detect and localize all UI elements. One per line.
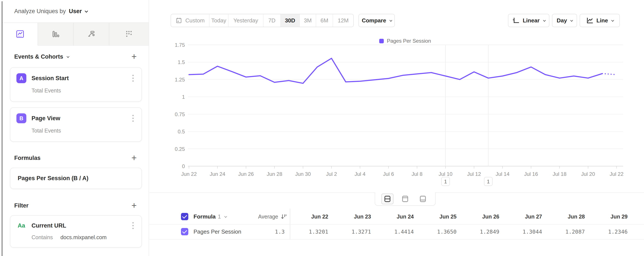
range-today[interactable]: Today (210, 14, 228, 27)
svg-text:Jun 24: Jun 24 (210, 171, 225, 177)
add-filter-button[interactable]: + (131, 201, 137, 210)
svg-text:1: 1 (487, 179, 490, 184)
range-7d[interactable]: 7D (264, 14, 281, 27)
compare-button[interactable]: Compare (358, 14, 395, 27)
filter-value[interactable]: docs.mixpanel.com (60, 234, 107, 240)
layout-chart-button[interactable] (399, 194, 411, 204)
series-average: 1.3 (275, 229, 285, 235)
chevron-down-icon[interactable] (66, 55, 69, 58)
string-property-icon: Aa (16, 222, 26, 229)
event-measure[interactable]: Total Events (32, 128, 136, 134)
svg-text:1.25: 1.25 (175, 77, 185, 83)
table-bottom-divider (150, 239, 644, 240)
insights-line-icon (16, 30, 24, 38)
kebab-menu-icon[interactable] (131, 74, 136, 83)
chevron-down-icon[interactable] (85, 9, 88, 13)
range-3m[interactable]: 3M (300, 14, 316, 27)
cell-value: 1.2087 (547, 224, 590, 239)
svg-text:Jul 16: Jul 16 (524, 171, 538, 177)
grid-dots-icon (124, 30, 133, 38)
col-header[interactable]: Jun 23 (333, 209, 376, 224)
tab-insights-line[interactable] (2, 23, 38, 46)
tab-grid[interactable] (109, 23, 148, 46)
col-header[interactable]: Jun 29 (590, 209, 632, 224)
svg-text:Jul 22: Jul 22 (610, 171, 624, 177)
svg-text:0.25: 0.25 (175, 146, 185, 152)
kebab-menu-icon[interactable] (131, 221, 136, 230)
layout-split-button[interactable] (382, 194, 394, 204)
range-custom[interactable]: Custom (171, 14, 210, 27)
filter-property-title[interactable]: Current URL (32, 222, 66, 229)
table-row: Pages Per Session 1.3 (181, 224, 290, 239)
svg-text:0.75: 0.75 (175, 111, 185, 117)
average-column-header[interactable]: Average (258, 214, 278, 220)
range-12m[interactable]: 12M (333, 14, 353, 27)
analyze-value-dropdown[interactable]: User (69, 8, 82, 15)
formula-title[interactable]: Pages Per Session (B / A) (18, 175, 88, 182)
svg-text:Jul 6: Jul 6 (383, 171, 394, 177)
scale-linear-button[interactable]: Linear (508, 14, 550, 27)
kebab-menu-icon[interactable] (131, 114, 136, 123)
range-yesterday[interactable]: Yesterday (228, 14, 264, 27)
col-header[interactable]: Jun 27 (504, 209, 547, 224)
filter-section-header: Filter + (10, 200, 142, 211)
cell-value: 1.3271 (333, 224, 376, 239)
col-header[interactable]: Jun 22 (290, 209, 333, 224)
col-header[interactable]: Jun 25 (418, 209, 461, 224)
svg-text:0: 0 (182, 163, 185, 169)
series-checkbox[interactable] (181, 228, 188, 235)
formulas-section-title: Formulas (14, 155, 40, 161)
col-header[interactable]: Jun 24 (376, 209, 418, 224)
svg-text:Jul 18: Jul 18 (553, 171, 566, 177)
date-range-selector: Custom Today Yesterday 7D 30D 3M 6M 12M (170, 14, 354, 27)
table-header-row: Formula1 Average (181, 209, 290, 224)
svg-text:1: 1 (182, 94, 185, 100)
flow-icon (87, 30, 96, 38)
event-title[interactable]: Page View (32, 115, 60, 122)
chart-type-line-button[interactable]: Line (580, 14, 620, 27)
event-letter-badge: A (16, 73, 26, 83)
tab-flow[interactable] (74, 23, 109, 46)
formula-column-header[interactable]: Formula1 (194, 213, 221, 220)
cell-value: 1.3650 (418, 224, 461, 239)
svg-text:Jul 20: Jul 20 (581, 171, 595, 177)
formula-card[interactable]: Pages Per Session (B / A) (10, 168, 142, 189)
svg-text:1.75: 1.75 (175, 42, 185, 48)
chevron-down-icon[interactable] (224, 215, 227, 218)
sort-descending-icon[interactable] (280, 213, 287, 220)
add-formula-button[interactable]: + (131, 153, 137, 162)
series-name[interactable]: Pages Per Session (194, 228, 241, 235)
line-chart[interactable]: 1.751.51.2510.750.50.25011Jun 22Jun 24Ju… (149, 37, 644, 191)
analyze-label: Analyze Uniques by (14, 8, 66, 15)
filter-card-current-url[interactable]: Aa Current URL Contains docs.mixpanel.co… (10, 215, 142, 248)
table-row-values: 1.3201 1.3271 1.4414 1.3650 1.2849 1.304… (290, 224, 632, 239)
svg-text:Jul 4: Jul 4 (354, 171, 366, 177)
linear-axis-icon (512, 17, 520, 24)
bar-chart-icon (52, 30, 60, 38)
range-30d[interactable]: 30D (281, 14, 300, 27)
cell-value: 1.4414 (376, 224, 418, 239)
filter-operator[interactable]: Contains (32, 234, 53, 240)
events-section-header: Events & Cohorts + (10, 51, 142, 62)
col-header[interactable]: Jun 26 (461, 209, 504, 224)
calendar-icon (175, 17, 182, 24)
svg-text:Jul 8: Jul 8 (412, 171, 423, 177)
svg-text:Jun 30: Jun 30 (295, 171, 311, 177)
range-6m[interactable]: 6M (316, 14, 333, 27)
event-title[interactable]: Session Start (32, 75, 69, 82)
query-builder-sidebar: Analyze Uniques by User (2, 0, 149, 256)
cell-value: 1.2346 (590, 224, 632, 239)
layout-table-button[interactable] (417, 194, 429, 204)
event-letter-badge: B (16, 113, 26, 123)
select-all-checkbox[interactable] (181, 213, 188, 220)
event-measure[interactable]: Total Events (32, 88, 136, 94)
tab-bar-chart[interactable] (38, 23, 74, 46)
events-section-title[interactable]: Events & Cohorts (14, 53, 63, 60)
analyze-header: Analyze Uniques by User (2, 0, 148, 23)
event-card-session-start[interactable]: A Session Start Total Events (10, 67, 142, 102)
event-card-page-view[interactable]: B Page View Total Events (10, 107, 142, 142)
svg-text:Jul 10: Jul 10 (438, 171, 452, 177)
interval-day-button[interactable]: Day (552, 14, 577, 27)
add-event-button[interactable]: + (131, 52, 137, 61)
col-header[interactable]: Jun 28 (547, 209, 590, 224)
